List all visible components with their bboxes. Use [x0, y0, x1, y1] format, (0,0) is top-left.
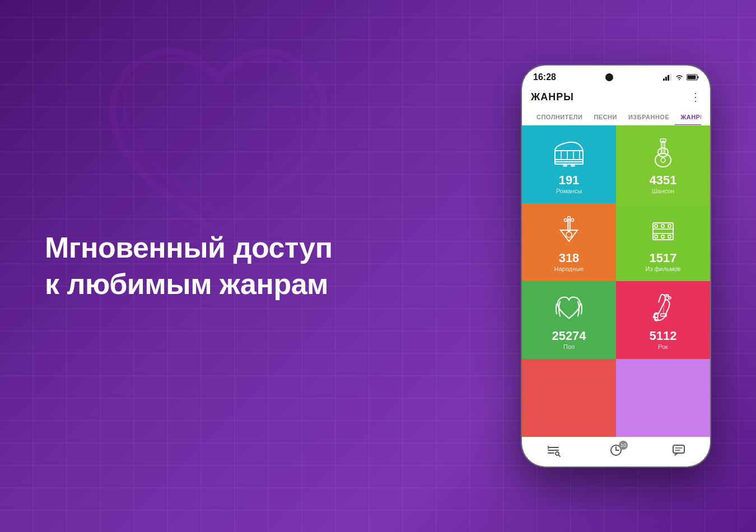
- nav-chat[interactable]: [671, 443, 686, 458]
- films-count: 1517: [650, 252, 677, 264]
- status-icons: [663, 74, 699, 81]
- status-notch: [605, 73, 613, 81]
- nav-history[interactable]: 10: [609, 443, 623, 458]
- svg-rect-37: [668, 235, 671, 238]
- genre-tile-extra1[interactable]: [522, 359, 616, 437]
- app-title: ЖАНРЫ: [531, 91, 574, 103]
- content-area: Мгновенный доступ к любимым жанрам 16:28: [0, 0, 756, 532]
- genre-grid: 191 Романсы: [522, 125, 710, 437]
- phone-screen: 16:28: [522, 66, 710, 466]
- svg-rect-7: [687, 76, 696, 80]
- svg-rect-5: [670, 74, 671, 81]
- signal-icon: [663, 74, 672, 81]
- pop-count: 25274: [552, 330, 586, 342]
- hero-title: Мгновенный доступ к любимым жанрам: [45, 230, 487, 302]
- tab-favorites[interactable]: ИЗБРАННОЕ: [623, 109, 675, 125]
- svg-point-41: [669, 297, 671, 299]
- svg-rect-35: [655, 235, 657, 238]
- wifi-icon: [675, 74, 684, 81]
- svg-point-17: [655, 153, 671, 167]
- chanson-count: 4351: [650, 174, 677, 186]
- svg-rect-34: [668, 225, 671, 227]
- bottom-navigation: 10: [522, 437, 710, 466]
- tab-songs[interactable]: ПЕСНИ: [588, 109, 623, 125]
- tab-genres[interactable]: ЖАНРЫ: [675, 109, 701, 125]
- history-badge: 10: [619, 441, 628, 450]
- heart-music-icon: [529, 288, 609, 330]
- playlist-icon: [546, 443, 561, 458]
- svg-line-51: [559, 455, 561, 457]
- battery-icon: [687, 74, 699, 81]
- genre-tile-rock[interactable]: 5112 Рок: [616, 281, 710, 359]
- svg-point-21: [661, 158, 665, 162]
- svg-rect-16: [571, 164, 575, 166]
- left-panel: Мгновенный доступ к любимым жанрам: [45, 230, 521, 302]
- svg-point-25: [564, 218, 567, 221]
- svg-line-46: [663, 296, 665, 316]
- romances-count: 191: [559, 174, 580, 186]
- svg-rect-32: [655, 225, 657, 227]
- genre-tile-extra2[interactable]: [616, 359, 710, 437]
- svg-point-27: [568, 216, 571, 219]
- chat-icon: [671, 443, 686, 458]
- chanson-label: Шансон: [652, 188, 674, 194]
- guitar-icon: [623, 132, 703, 174]
- nav-playlist[interactable]: [546, 443, 561, 458]
- genre-tile-chanson[interactable]: 4351 Шансон: [616, 125, 710, 203]
- svg-point-23: [566, 232, 572, 237]
- svg-point-45: [654, 316, 655, 318]
- films-label: Из фильмов: [646, 265, 681, 272]
- svg-rect-36: [661, 235, 664, 238]
- app-title-row: ЖАНРЫ ⋮: [531, 90, 701, 109]
- phone-mockup: 16:28: [521, 64, 711, 468]
- more-options-icon[interactable]: ⋮: [690, 90, 701, 104]
- svg-rect-3: [665, 77, 667, 81]
- svg-point-40: [666, 295, 669, 297]
- svg-rect-33: [661, 225, 664, 227]
- svg-rect-15: [563, 164, 567, 166]
- status-bar: 16:28: [522, 66, 710, 86]
- pop-label: Поп: [563, 343, 575, 350]
- genre-tile-romances[interactable]: 191 Романсы: [522, 125, 616, 203]
- balalaika-icon: [529, 210, 609, 252]
- rock-label: Рок: [658, 343, 668, 350]
- rock-count: 5112: [650, 330, 677, 342]
- genre-tile-films[interactable]: 1517 Из фильмов: [616, 203, 710, 281]
- svg-point-26: [571, 218, 574, 221]
- romances-label: Романсы: [556, 188, 582, 194]
- genre-tile-folk[interactable]: 318 Народные: [522, 203, 616, 281]
- svg-rect-8: [697, 76, 698, 78]
- folk-label: Народные: [554, 265, 584, 272]
- svg-rect-54: [673, 445, 684, 453]
- tab-performers[interactable]: СПОЛНИТЕЛИ: [531, 109, 588, 125]
- svg-rect-31: [653, 223, 673, 240]
- app-header: ЖАНРЫ ⋮ СПОЛНИТЕЛИ ПЕСНИ ИЗБРАННОЕ ЖАНРЫ…: [522, 86, 710, 125]
- svg-rect-2: [663, 78, 665, 81]
- electric-guitar-icon: [623, 288, 703, 330]
- status-time: 16:28: [533, 72, 556, 82]
- piano-icon: [529, 132, 609, 174]
- genre-tile-pop[interactable]: 25274 Поп: [522, 281, 616, 359]
- folk-count: 318: [559, 252, 580, 264]
- tab-navigation: СПОЛНИТЕЛИ ПЕСНИ ИЗБРАННОЕ ЖАНРЫ НОВИ: [531, 109, 701, 125]
- film-icon: [623, 210, 703, 252]
- svg-rect-4: [668, 75, 669, 81]
